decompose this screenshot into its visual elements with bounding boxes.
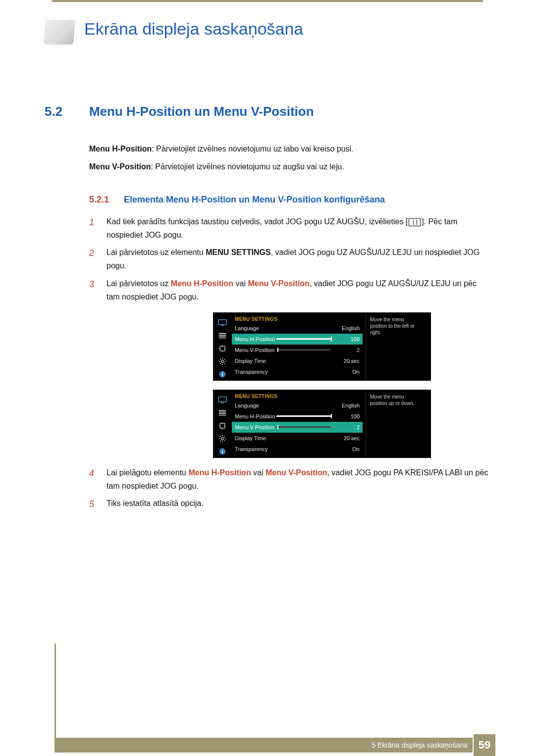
step-4: 4 Lai pielāgotu elementu Menu H-Position… (89, 466, 490, 493)
osd-slider (276, 426, 331, 428)
chapter-title: Ekrāna displeja saskaņošana (84, 20, 303, 38)
list-icon (217, 331, 227, 340)
section-header: 5.2 Menu H-Position un Menu V-Position (45, 104, 490, 119)
svg-rect-17 (222, 372, 223, 373)
subsection-number: 5.2.1 (89, 195, 124, 205)
svg-rect-18 (218, 397, 226, 402)
resize-icon (217, 344, 227, 353)
svg-rect-19 (221, 402, 223, 403)
section-number: 5.2 (45, 104, 89, 119)
osd-row-transparency: Transparency On (232, 366, 363, 377)
step1-text-a: Kad tiek parādīts funkcijas taustiņu ceļ… (107, 217, 408, 226)
osd-label: Language (235, 325, 336, 331)
svg-rect-22 (219, 415, 226, 416)
osd-sidebar (213, 392, 232, 456)
osd-slider (276, 349, 331, 351)
steps-list: 1 Kad tiek parādīts funkcijas taustiņu c… (89, 215, 490, 512)
svg-line-14 (224, 359, 225, 360)
intro-h-desc: : Pārvietojiet izvēlnes novietojumu uz l… (152, 145, 353, 153)
menu-icon (409, 218, 421, 226)
osd-row-display-time: Display Time 20 sec (232, 355, 363, 366)
svg-point-24 (221, 438, 224, 440)
osd-row-language: Language English (232, 323, 363, 334)
osd-description: Move the menu position up or down. (366, 392, 425, 456)
svg-rect-2 (219, 333, 226, 335)
osd-label: Menu V-Position (235, 424, 276, 430)
osd-row-language: Language English (232, 400, 363, 411)
resize-icon (217, 421, 227, 430)
step4-orange2: Menu V-Position (266, 468, 327, 477)
step-number: 5 (89, 497, 107, 512)
page-footer: 5 Ekrāna displeja saskaņošana 59 (0, 734, 535, 756)
osd-value: 2 (336, 347, 360, 353)
svg-rect-16 (222, 373, 223, 376)
osd-row-hposition-selected: Menu H-Position 100 (232, 334, 363, 345)
step4-text-a: Lai pielāgotu elementu (107, 468, 188, 477)
step-2: 2 Lai pārvietotos uz elementu MENU SETTI… (89, 246, 490, 272)
step-5: 5 Tiks iestatīta atlasītā opcija. (89, 497, 490, 512)
osd-label: Menu V-Position (235, 347, 276, 353)
svg-line-13 (220, 363, 221, 364)
step5-text: Tiks iestatīta atlasītā opcija. (107, 499, 204, 507)
osd-value: 20 sec (336, 435, 360, 441)
osd-value: English (336, 325, 360, 331)
osd-label: Display Time (235, 358, 336, 364)
svg-rect-34 (222, 451, 223, 454)
footer-chapter-ref: 5 Ekrāna displeja saskaņošana (54, 738, 473, 753)
osd-label: Display Time (235, 435, 336, 441)
step-number: 2 (89, 246, 107, 272)
osd-sidebar (213, 314, 232, 379)
page-number: 59 (474, 734, 495, 756)
step-number: 4 (89, 466, 107, 493)
list-icon (217, 408, 227, 417)
svg-rect-3 (219, 335, 226, 337)
step2-text-a: Lai pārvietotos uz elementu (107, 248, 206, 256)
osd-value: 100 (336, 336, 360, 342)
osd-main: MENU SETTINGS Language English Menu H-Po… (232, 392, 366, 456)
gear-icon (217, 434, 227, 443)
svg-rect-0 (218, 320, 226, 325)
svg-line-31 (220, 440, 221, 441)
intro-v-label: Menu V-Position (89, 162, 151, 171)
sidebar-stroke (54, 644, 56, 738)
osd-header: MENU SETTINGS (232, 314, 363, 323)
step2-bold: MENU SETTINGS (206, 248, 271, 256)
osd-label: Transparency (235, 446, 336, 452)
osd-value: On (336, 369, 360, 375)
svg-rect-21 (219, 412, 226, 414)
svg-line-30 (224, 440, 225, 441)
osd-slider (276, 415, 331, 417)
chapter-badge-icon (45, 20, 74, 45)
osd-row-vposition-selected: Menu V-Position 2 (232, 422, 363, 433)
chapter-header: Ekrāna displeja saskaņošana (45, 20, 490, 45)
osd-description: Move the menu position to the left or ri… (366, 314, 425, 379)
step3-orange1: Menu H-Position (171, 279, 233, 288)
osd-value: 20 sec (336, 358, 360, 364)
osd-value: 2 (336, 424, 360, 430)
step4-orange1: Menu H-Position (188, 468, 251, 477)
subsection-title: Elementa Menu H-Position un Menu V-Posit… (124, 195, 385, 205)
osd-main: MENU SETTINGS Language English Menu H-Po… (232, 314, 366, 379)
osd-label: Language (235, 403, 336, 408)
svg-point-6 (221, 360, 224, 363)
intro-h-label: Menu H-Position (89, 145, 152, 153)
subsection-header: 5.2.1 Elementa Menu H-Position un Menu V… (89, 195, 490, 205)
step-3: 3 Lai pārvietotos uz Menu H-Position vai… (89, 277, 490, 303)
osd-label: Transparency (235, 369, 336, 375)
svg-line-32 (224, 436, 225, 437)
svg-rect-35 (222, 449, 223, 450)
osd-value: English (336, 403, 360, 408)
svg-rect-20 (219, 410, 226, 412)
osd-row-transparency: Transparency On (232, 444, 363, 454)
osd-illustration-vposition: MENU SETTINGS Language English Menu H-Po… (213, 390, 431, 458)
gear-icon (217, 357, 227, 366)
info-icon (217, 370, 227, 379)
osd-value: On (336, 446, 360, 452)
osd-slider (276, 338, 331, 340)
step-number: 3 (89, 277, 107, 303)
step-1: 1 Kad tiek parādīts funkcijas taustiņu c… (89, 215, 490, 242)
osd-header: MENU SETTINGS (232, 392, 363, 400)
step3-text-a: Lai pārvietotos uz (107, 279, 171, 288)
intro-block: Menu H-Position: Pārvietojiet izvēlnes n… (89, 142, 490, 175)
osd-row-hposition: Menu H-Position 100 (232, 411, 363, 422)
